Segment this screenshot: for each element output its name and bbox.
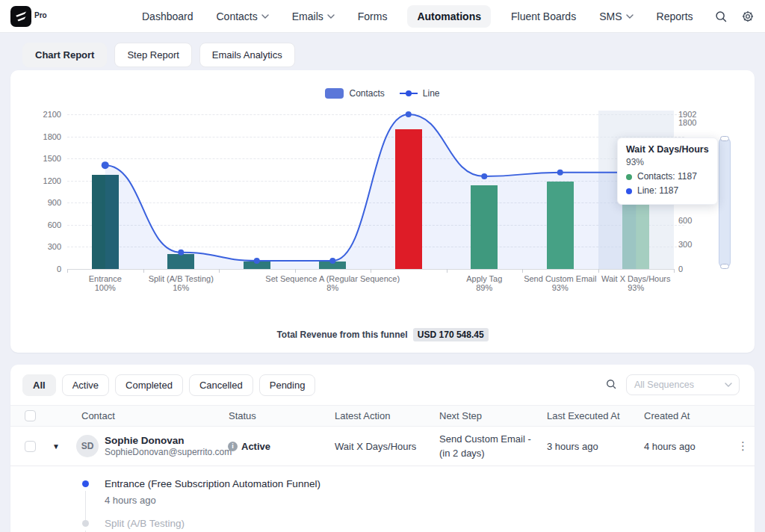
filter-cancelled[interactable]: Cancelled bbox=[189, 374, 253, 396]
status-badge: i Active bbox=[224, 441, 330, 452]
filter-all[interactable]: All bbox=[22, 374, 56, 396]
nav-item-forms[interactable]: Forms bbox=[355, 6, 391, 27]
row-actions-kebab-icon[interactable]: ⋮ bbox=[731, 439, 755, 453]
header-status: Status bbox=[224, 410, 330, 421]
contacts-bar-0[interactable] bbox=[92, 175, 119, 269]
x-axis-tick bbox=[371, 269, 371, 273]
table-search-icon[interactable] bbox=[605, 378, 617, 393]
gear-icon[interactable] bbox=[741, 10, 755, 23]
contacts-bar-3[interactable] bbox=[319, 262, 346, 269]
y-axis-right-label: 1800 bbox=[678, 118, 710, 127]
top-navigation-bar: Pro Dashboard Contacts Emails Forms Auto… bbox=[0, 0, 765, 33]
header-last-executed: Last Executed At bbox=[542, 410, 639, 421]
datazoom-handle-bottom[interactable] bbox=[720, 264, 729, 269]
line-point-6[interactable] bbox=[557, 170, 563, 176]
funnel-chart-card: Contacts Line 03006009001200150018002100… bbox=[10, 70, 755, 353]
gridline bbox=[67, 181, 684, 182]
nav-item-reports[interactable]: Reports bbox=[654, 6, 696, 27]
gridline bbox=[67, 247, 684, 247]
step-pending-dot-icon bbox=[82, 520, 89, 527]
y-axis-right-label: 0 bbox=[678, 265, 710, 273]
y-axis-right-label: 600 bbox=[678, 216, 710, 225]
filter-completed[interactable]: Completed bbox=[115, 374, 183, 396]
x-axis-label-7: Wait X Days/Hours93% bbox=[569, 274, 703, 292]
y-axis-label: 900 bbox=[28, 198, 61, 207]
contacts-bar-5[interactable] bbox=[471, 185, 498, 269]
line-swatch bbox=[400, 93, 418, 94]
subscribers-card: All Active Completed Cancelled Pending A… bbox=[10, 365, 755, 532]
contact-email: SophieDonovan@superrito.com bbox=[105, 447, 232, 458]
contact-cell: SD Sophie Donovan SophieDonovan@superrit… bbox=[70, 434, 224, 458]
nav-item-dashboard[interactable]: Dashboard bbox=[139, 6, 196, 27]
info-icon: i bbox=[228, 442, 238, 451]
filter-active[interactable]: Active bbox=[62, 374, 109, 396]
app-logo[interactable]: Pro bbox=[10, 6, 47, 27]
x-axis-label-1: Split (A/B Testing)16% bbox=[114, 274, 248, 292]
gridline bbox=[67, 225, 684, 226]
legend-item-contacts[interactable]: Contacts bbox=[325, 88, 384, 99]
chevron-down-icon bbox=[725, 383, 732, 387]
sequences-select[interactable]: All Sequences bbox=[626, 374, 740, 395]
fluentcrm-logo-icon bbox=[10, 6, 31, 27]
datazoom-slider[interactable] bbox=[719, 137, 731, 268]
line-point-5[interactable] bbox=[481, 173, 487, 179]
contacts-dot-icon bbox=[626, 174, 632, 180]
contacts-bar-2[interactable] bbox=[244, 262, 270, 269]
timeline-step-time: 4 hours ago bbox=[105, 495, 755, 506]
tooltip-line-row: Line: 1187 bbox=[626, 184, 709, 198]
last-executed-cell: 3 hours ago bbox=[542, 441, 639, 452]
x-axis-tick bbox=[522, 269, 523, 273]
latest-action-cell: Wait X Days/Hours bbox=[330, 441, 435, 452]
contacts-bar-6[interactable] bbox=[547, 182, 574, 269]
brand-pro-label: Pro bbox=[34, 11, 47, 19]
tooltip-title: Wait X Days/Hours bbox=[626, 144, 709, 155]
header-latest-action: Latest Action bbox=[330, 410, 435, 421]
y-axis-label: 2100 bbox=[28, 110, 61, 119]
line-point-0[interactable] bbox=[102, 161, 109, 169]
timeline-step-label: Split (A/B Testing) bbox=[105, 518, 755, 529]
timeline-item-split: Split (A/B Testing) bbox=[82, 518, 755, 532]
gridline bbox=[67, 137, 684, 137]
x-axis-tick bbox=[598, 269, 599, 273]
row-checkbox[interactable] bbox=[25, 441, 36, 452]
y-axis-label: 1800 bbox=[28, 132, 61, 141]
revenue-amount-badge: USD 170 548.45 bbox=[413, 328, 489, 341]
timeline-step-label: Entrance (Free Subscription Automation F… bbox=[105, 478, 755, 489]
nav-item-contacts[interactable]: Contacts bbox=[214, 6, 272, 27]
report-tabs: Chart Report Step Report Emails Analytic… bbox=[22, 43, 295, 67]
table-row[interactable]: ▼ SD Sophie Donovan SophieDonovan@superr… bbox=[10, 427, 755, 466]
sequences-select-placeholder: All Sequences bbox=[634, 380, 694, 390]
nav-item-automations[interactable]: Automations bbox=[407, 5, 491, 28]
total-revenue: Total Revenue from this funnel USD 170 5… bbox=[10, 330, 755, 340]
contacts-bar-1[interactable] bbox=[167, 254, 194, 269]
x-axis-label-3: Set Sequence A (Regular Sequence)8% bbox=[265, 274, 400, 292]
expand-caret-icon[interactable]: ▼ bbox=[43, 442, 70, 451]
nav-item-sms[interactable]: SMS bbox=[596, 6, 636, 27]
datazoom-handle-top[interactable] bbox=[720, 136, 729, 141]
gridline bbox=[67, 114, 684, 115]
filter-pending[interactable]: Pending bbox=[259, 374, 316, 396]
tab-emails-analytics[interactable]: Emails Analytics bbox=[199, 43, 295, 67]
tooltip-contacts-row: Contacts: 1187 bbox=[626, 170, 709, 184]
y-axis-label: 1500 bbox=[28, 154, 61, 163]
step-completed-dot-icon bbox=[82, 480, 89, 487]
nav-item-fluent-boards[interactable]: Fluent Boards bbox=[508, 6, 579, 27]
legend-item-line[interactable]: Line bbox=[400, 88, 440, 99]
y-axis-label: 300 bbox=[28, 242, 61, 251]
x-axis-tick bbox=[219, 269, 220, 273]
header-contact: Contact bbox=[70, 410, 224, 421]
header-created: Created At bbox=[639, 410, 731, 421]
main-menu: Dashboard Contacts Emails Forms Automati… bbox=[139, 0, 696, 33]
select-all-checkbox[interactable] bbox=[25, 410, 36, 421]
x-axis-tick bbox=[447, 269, 447, 273]
created-cell: 4 hours ago bbox=[639, 441, 731, 452]
tab-step-report[interactable]: Step Report bbox=[114, 43, 191, 67]
contacts-bar-4[interactable] bbox=[395, 129, 422, 269]
nav-item-emails[interactable]: Emails bbox=[289, 6, 338, 27]
tab-chart-report[interactable]: Chart Report bbox=[22, 43, 107, 67]
x-axis-tick bbox=[143, 269, 144, 273]
search-icon[interactable] bbox=[714, 10, 728, 23]
chart-legend: Contacts Line bbox=[10, 88, 755, 99]
timeline-item-entrance: Entrance (Free Subscription Automation F… bbox=[82, 478, 755, 518]
contact-name: Sophie Donovan bbox=[105, 434, 232, 447]
